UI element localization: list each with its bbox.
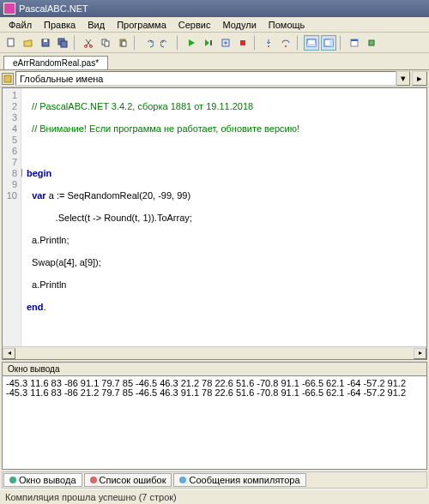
menu-help[interactable]: Помощь [263, 19, 311, 31]
toolbar-separator [340, 35, 343, 51]
code-line: a.Println; [27, 235, 426, 246]
menu-service[interactable]: Сервис [173, 19, 216, 31]
paste-button[interactable] [115, 35, 130, 51]
svg-rect-21 [351, 39, 358, 41]
toggle-output-button[interactable] [304, 35, 319, 51]
code-line: −begin [27, 168, 426, 179]
tab-errors[interactable]: Список ошибок [84, 473, 172, 487]
scope-label: Глобальные имена [20, 74, 104, 84]
svg-point-15 [285, 45, 287, 47]
fold-toggle[interactable]: − [21, 169, 22, 177]
svg-rect-4 [61, 41, 67, 47]
menu-edit[interactable]: Правка [39, 19, 81, 31]
tab-label: Список ошибок [100, 475, 166, 485]
save-button[interactable] [38, 35, 53, 51]
app-icon [3, 3, 15, 15]
scope-dropdown-arrow[interactable]: ▾ [396, 71, 410, 86]
svg-rect-17 [307, 44, 316, 46]
dot-icon [9, 477, 16, 483]
bottom-tabs: Окно вывода Список ошибок Сообщения комп… [2, 471, 427, 489]
toolbar-separator [177, 35, 180, 51]
code-line: a.Println [27, 279, 426, 291]
chevron-down-icon: ▾ [401, 73, 406, 84]
scope-selector[interactable]: Глобальные имена [15, 71, 396, 86]
file-tab[interactable]: eArrRandomReal.pas* [3, 56, 108, 69]
code-line: // PascalABC.NET 3.4.2, сборка 1881 от 1… [27, 101, 426, 112]
menu-file[interactable]: Файл [3, 19, 37, 31]
stop-button[interactable] [235, 35, 251, 51]
tab-label: Сообщения компилятора [189, 475, 299, 485]
svg-rect-0 [8, 39, 14, 46]
code-line: .Select(t -> Round(t, 1)).ToArray; [27, 213, 426, 224]
toggle-panel-button[interactable] [321, 35, 336, 51]
svg-rect-10 [122, 41, 126, 46]
toolbar-separator [74, 35, 77, 51]
menu-view[interactable]: Вид [82, 19, 110, 31]
horizontal-scrollbar[interactable]: ◂ ▸ [3, 346, 426, 359]
undo-button[interactable] [141, 35, 156, 51]
step-over-button[interactable] [278, 35, 293, 51]
code-line: // Внимание! Если программа не работает,… [27, 123, 426, 135]
output-panel[interactable]: -45.3 11.6 83 -86 91.1 79.7 85 -46.5 46.… [2, 375, 427, 470]
output-line: -45.3 11.6 83 -86 21.2 79.7 85 -46.5 46.… [6, 388, 423, 398]
editor-tabs: eArrRandomReal.pas* [0, 53, 429, 70]
open-button[interactable] [21, 35, 36, 51]
scope-icon [2, 73, 14, 85]
svg-rect-23 [4, 75, 11, 82]
editor: 12345678910 // PascalABC.NET 3.4.2, сбор… [2, 87, 427, 360]
output-panel-title: Окно вывода [2, 362, 427, 375]
tab-compiler[interactable]: Сообщения компилятора [173, 473, 305, 487]
code-line: var a := SeqRandomReal(20, -99, 99) [27, 190, 426, 201]
new-button[interactable] [3, 35, 19, 51]
status-text: Компиляция прошла успешно (7 строк) [5, 492, 177, 502]
form-designer-button[interactable] [347, 35, 362, 51]
arrow-right-icon: ▸ [417, 73, 422, 84]
line-gutter: 12345678910 [3, 88, 21, 346]
nav-forward-button[interactable]: ▸ [412, 71, 427, 86]
toolbar-separator [297, 35, 300, 51]
cut-button[interactable] [81, 35, 96, 51]
svg-rect-13 [240, 40, 245, 45]
step-into-button[interactable] [261, 35, 276, 51]
dot-icon [90, 477, 97, 483]
window-titlebar: PascalABC.NET [0, 0, 429, 17]
intellisense-button[interactable] [364, 35, 379, 51]
svg-rect-22 [369, 40, 374, 45]
svg-point-14 [268, 45, 269, 47]
status-bar: Компиляция прошла успешно (7 строк) [0, 489, 429, 504]
window-title: PascalABC.NET [19, 3, 88, 14]
run-no-debug-button[interactable] [201, 35, 216, 51]
menu-program[interactable]: Программа [112, 19, 172, 31]
copy-button[interactable] [98, 35, 113, 51]
dot-icon [179, 477, 186, 483]
code-line: end. [27, 302, 426, 313]
menu-bar: Файл Правка Вид Программа Сервис Модули … [0, 17, 429, 33]
svg-rect-11 [210, 40, 212, 45]
svg-rect-8 [105, 41, 109, 46]
scroll-left-arrow[interactable]: ◂ [3, 348, 15, 359]
scope-bar: Глобальные имена ▾ ▸ [0, 70, 429, 87]
tab-output[interactable]: Окно вывода [3, 473, 82, 487]
toolbar-separator [254, 35, 257, 51]
redo-button[interactable] [158, 35, 173, 51]
menu-modules[interactable]: Модули [217, 19, 261, 31]
svg-rect-2 [44, 39, 47, 42]
save-all-button[interactable] [55, 35, 70, 51]
code-editor[interactable]: // PascalABC.NET 3.4.2, сборка 1881 от 1… [21, 88, 426, 346]
run-button[interactable] [184, 35, 199, 51]
code-line [27, 146, 426, 157]
toolbar [0, 33, 429, 53]
compile-button[interactable] [218, 35, 233, 51]
svg-rect-19 [329, 39, 333, 46]
code-line: Swap(a[4], a[9]); [27, 257, 426, 268]
toolbar-separator [134, 35, 137, 51]
tab-label: Окно вывода [19, 475, 76, 485]
scroll-right-arrow[interactable]: ▸ [414, 348, 426, 359]
